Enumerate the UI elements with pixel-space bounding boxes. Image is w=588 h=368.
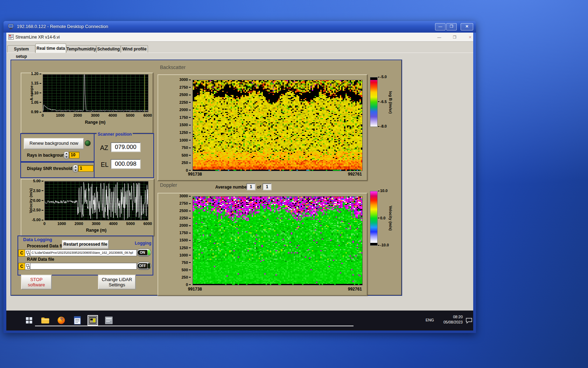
processed-logging-indicator	[148, 250, 150, 255]
doppler-x-end-label: 992761	[337, 287, 362, 292]
velocity-x-axis-label: Range (m)	[61, 228, 131, 233]
notepad-icon	[74, 316, 81, 325]
doppler-colorbar	[370, 191, 378, 246]
tick-label: 2750	[180, 202, 191, 205]
raw-data-file-label: RAW Data file	[27, 257, 54, 262]
tab-temp-humidity[interactable]: Temp/humidity	[66, 45, 96, 53]
processed-data-file-label: Processed Data file	[27, 244, 66, 248]
taskbar-firefox-button[interactable]	[56, 315, 66, 326]
az-field[interactable]: 079.000	[111, 142, 141, 152]
start-icon	[25, 316, 33, 324]
tick-label: 2500	[180, 209, 191, 213]
tick-label: 2500	[180, 93, 191, 97]
desktop: 192.168.0.122 - Remote Desktop Connectio…	[0, 0, 588, 368]
tick-label: 2750	[180, 86, 191, 89]
raw-path-browse-icon[interactable]	[25, 263, 30, 270]
renew-background-button[interactable]: Renew background now	[24, 138, 84, 149]
tick-label: -6.5	[378, 100, 387, 104]
tab-system-setup[interactable]: System setup	[7, 45, 35, 53]
tick-label: 2000	[72, 222, 85, 226]
snr-value-field[interactable]: 1	[78, 165, 93, 172]
backscatter-x-end-label: 992761	[337, 172, 362, 177]
scan-scheduler-icon	[105, 316, 113, 324]
taskbar-streamline-app-button[interactable]	[88, 315, 98, 326]
rdp-computer-icon	[8, 24, 14, 29]
backscatter-colorbar-cap	[370, 77, 377, 80]
taskbar-file-explorer-button[interactable]	[40, 315, 50, 326]
tick-label: 2.50	[33, 189, 43, 193]
app-titlebar[interactable]: StreamLine XR v14-6.vi — ❐ ✕	[6, 33, 473, 42]
minimize-button[interactable]: —	[435, 23, 446, 30]
doppler-heatmap-canvas	[192, 196, 363, 285]
firefox-icon	[57, 316, 65, 325]
logging-label: Logging	[135, 241, 151, 246]
average-total-field[interactable]: 1	[262, 183, 272, 190]
clock-date[interactable]: 05/08/2023	[436, 320, 463, 324]
taskbar-underline	[35, 326, 354, 326]
tick-label: 1250	[180, 131, 191, 135]
tab-wind-profile[interactable]: Wind profile	[121, 45, 148, 53]
average-value-field[interactable]: 1	[246, 183, 255, 190]
scanner-position-group	[94, 133, 154, 178]
ascope-x-axis-label: Range (m)	[60, 120, 130, 125]
rays-value-field[interactable]: 10	[69, 152, 79, 158]
restart-processed-file-button[interactable]: Restart processed file	[62, 240, 109, 249]
tick-label: 1500	[180, 238, 191, 242]
change-lidar-settings-button[interactable]: Change LiDAR Settings	[98, 275, 136, 289]
taskbar-start-button[interactable]	[24, 315, 34, 326]
maximize-button[interactable]: ❐	[446, 23, 457, 30]
processed-logging-toggle-label: ON	[138, 250, 147, 255]
ascope-y-axis-label: A-scope	[29, 79, 34, 107]
tick-label: 2000	[180, 108, 191, 112]
tab-real-time-data[interactable]: Real time data	[35, 43, 66, 53]
raw-logging-toggle[interactable]: OFF	[136, 262, 151, 270]
taskbar-action-center-button[interactable]	[465, 316, 473, 325]
velocity-y-axis-label: Velocity (m/s)	[29, 182, 33, 219]
tick-label: 1.20	[31, 72, 41, 76]
tick-label: 3000	[180, 78, 191, 82]
tick-label: -5.0	[378, 75, 387, 79]
doppler-y-axis-ticks: 3000275025002250200017501500125010007505…	[170, 194, 191, 287]
tick-label: 0	[36, 113, 49, 117]
change-button-line1: Change LiDAR	[99, 277, 135, 282]
average-of-label: of	[257, 185, 261, 190]
processed-logging-toggle[interactable]: ON	[136, 248, 151, 257]
tick-label: -8.0	[378, 124, 387, 128]
app-minimize-button[interactable]: —	[435, 35, 444, 40]
main-panel: 1.201.151.101.050.99 A-scope 01000200030…	[10, 60, 402, 296]
app-close-button[interactable]: ✕	[465, 35, 473, 40]
language-indicator[interactable]: ENG	[426, 318, 434, 322]
tick-label: 2250	[180, 216, 191, 220]
app-restore-button[interactable]: ❐	[450, 35, 459, 40]
tick-label: 1000	[55, 222, 68, 226]
processed-drive-selector[interactable]: C	[18, 250, 25, 257]
rdp-titlebar[interactable]: 192.168.0.122 - Remote Desktop Connectio…	[4, 21, 476, 33]
doppler-x-start-label: 991738	[188, 287, 202, 292]
tick-label: 3000	[90, 222, 102, 226]
tick-label: 1000	[180, 138, 191, 142]
raw-drive-selector[interactable]: C	[18, 263, 25, 270]
backscatter-x-start-label: 991738	[188, 172, 202, 177]
tick-label: 5000	[124, 222, 137, 226]
raw-path-field[interactable]	[30, 263, 137, 270]
processed-path-field[interactable]: C:\Lidar\Data\Proc\2023\202308\20230805\…	[30, 250, 137, 256]
rays-spinner[interactable]	[64, 151, 69, 159]
el-field[interactable]: 000.098	[111, 159, 141, 169]
app-title: StreamLine XR v14-6.vi	[15, 35, 60, 40]
taskbar-notepad-button[interactable]	[72, 315, 83, 326]
scanner-position-title: Scanner position	[97, 132, 133, 137]
data-logging-title: Data Logging	[23, 237, 52, 242]
tick-label: 1000	[180, 253, 191, 257]
tick-label: 1000	[54, 113, 66, 117]
snr-spinner[interactable]	[73, 165, 78, 172]
clock-time[interactable]: 08:20	[436, 315, 463, 319]
close-button[interactable]: ✕	[461, 23, 473, 30]
taskbar-scan-scheduler-button[interactable]	[104, 315, 114, 326]
tick-label: 2000	[180, 224, 191, 227]
stop-software-button[interactable]: STOP software	[21, 275, 52, 289]
tick-label: 1250	[180, 246, 191, 250]
processed-path-browse-icon[interactable]	[25, 250, 30, 257]
tick-label: 4000	[106, 113, 119, 117]
streamline-app-window-icon	[89, 316, 97, 324]
tab-scheduling[interactable]: Scheduling	[96, 45, 121, 53]
